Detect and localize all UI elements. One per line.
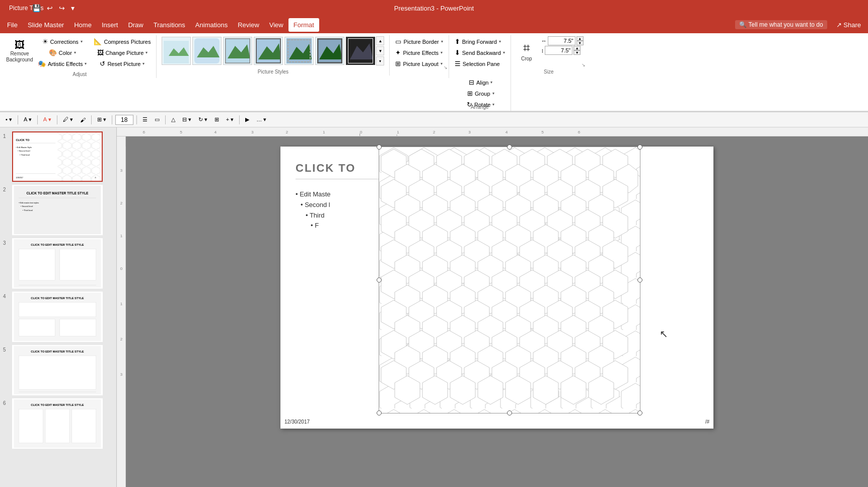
- slide-image-6[interactable]: CLICK TO EDIT MASTER TITLE STYLE: [12, 398, 103, 449]
- height-input[interactable]: [545, 46, 572, 55]
- bring-forward-button[interactable]: ⬆ Bring Forward ▾: [452, 36, 503, 47]
- color-button[interactable]: 🎨 Color ▾: [35, 47, 89, 58]
- style-2-button[interactable]: [192, 37, 222, 65]
- menu-transitions[interactable]: Transitions: [149, 18, 190, 32]
- slide-canvas-wrap[interactable]: CLICK TO • Edit Maste • Second l • Third…: [126, 136, 868, 487]
- border-style-button[interactable]: ▭: [152, 114, 162, 125]
- slide-thumb-1[interactable]: 1 CLICK TO: [3, 131, 113, 182]
- arrange-toolbar-button[interactable]: ⊟ ▾: [180, 114, 194, 125]
- title-divider: [296, 179, 381, 179]
- slide-image-5[interactable]: CLICK TO EDIT MASTER TITLE STYLE: [12, 345, 103, 395]
- slide-image-2[interactable]: CLICK TO EDIT MASTER TITLE STYLE • Edit …: [12, 185, 103, 235]
- reset-picture-button[interactable]: ↺ Reset Picture ▾: [91, 58, 153, 69]
- remove-background-button[interactable]: 🖼 RemoveBackground: [6, 36, 33, 66]
- artistic-effects-button[interactable]: 🎭 Artistic Effects ▾: [35, 58, 89, 69]
- group-button[interactable]: ⊞ Group ▾: [464, 88, 497, 99]
- slide-image-3[interactable]: CLICK TO EDIT MASTER TITLE STYLE: [12, 238, 103, 289]
- height-icon: ↕: [541, 47, 544, 53]
- adjust-column-2: 📐 Compress Pictures 🖼 Change Picture ▾ ↺…: [91, 36, 153, 69]
- insert-button[interactable]: + ▾: [224, 114, 236, 125]
- shape-button[interactable]: △: [169, 114, 178, 125]
- style-5-button[interactable]: [284, 37, 314, 65]
- indent-button[interactable]: ⊞ ▾: [95, 114, 109, 125]
- picture-layout-button[interactable]: ⊞ Picture Layout ▾: [393, 58, 445, 69]
- svg-rect-74: [117, 147, 126, 487]
- corrections-dropdown-icon: ▾: [81, 39, 83, 44]
- bullet-button[interactable]: • ▾: [3, 114, 15, 125]
- menu-format[interactable]: Format: [288, 18, 319, 32]
- format-button[interactable]: 🖌: [78, 114, 88, 125]
- align-button[interactable]: ⊟ Align ▾: [464, 77, 497, 88]
- menu-view[interactable]: View: [264, 18, 288, 32]
- slide-thumb-6[interactable]: 6 CLICK TO EDIT MASTER TITLE STYLE: [3, 398, 113, 449]
- align-text-button[interactable]: ☰: [140, 114, 150, 125]
- media-button[interactable]: ▶: [243, 114, 252, 125]
- height-up[interactable]: ▲: [573, 46, 581, 50]
- menu-home[interactable]: Home: [69, 18, 97, 32]
- corrections-button[interactable]: ☀ Corrections ▾: [35, 36, 89, 47]
- slide-image-1[interactable]: CLICK TO • Edit Master Style • Second le…: [12, 131, 103, 182]
- smart-art-button[interactable]: ⊞: [212, 114, 222, 125]
- svg-rect-54: [19, 409, 43, 443]
- style-1-button[interactable]: [162, 37, 191, 65]
- gallery-scroll-down[interactable]: ▼: [376, 46, 384, 55]
- save-icon[interactable]: 💾: [30, 3, 43, 13]
- font-color-button[interactable]: A ▾: [41, 114, 54, 125]
- selection-pane-button[interactable]: ☰ Selection Pane: [452, 58, 502, 69]
- qat-dropdown-icon[interactable]: ▾: [69, 3, 77, 13]
- hex-pattern-image[interactable]: [379, 147, 640, 413]
- svg-text:CLICK TO EDIT MASTER TITLE STY: CLICK TO EDIT MASTER TITLE STYLE: [31, 403, 84, 406]
- svg-text:CLICK TO EDIT MASTER TITLE STY: CLICK TO EDIT MASTER TITLE STYLE: [31, 350, 84, 353]
- slide-number-6: 6: [3, 400, 9, 406]
- slide-number-4: 4: [3, 294, 9, 299]
- group-dropdown: ▾: [492, 91, 494, 96]
- style-6-button[interactable]: [315, 37, 344, 65]
- gallery-more[interactable]: ▾: [376, 56, 384, 65]
- width-input[interactable]: [548, 36, 575, 45]
- svg-rect-57: [127, 127, 868, 136]
- redo-icon[interactable]: ↪: [57, 3, 67, 13]
- crop-button[interactable]: ⌗ Crop: [514, 36, 539, 66]
- undo-icon[interactable]: ↩: [45, 3, 55, 13]
- slide-thumb-3[interactable]: 3 CLICK TO EDIT MASTER TITLE STYLE: [3, 238, 113, 289]
- color-icon: 🎨: [49, 49, 57, 56]
- menu-animations[interactable]: Animations: [190, 18, 233, 32]
- font-size-input[interactable]: [115, 115, 133, 125]
- picture-effects-button[interactable]: ✦ Picture Effects ▾: [393, 47, 445, 58]
- font-button[interactable]: A ▾: [21, 114, 34, 125]
- slide-body: • Edit Maste • Second l • Third • F: [296, 189, 386, 231]
- menu-file[interactable]: File: [2, 18, 23, 32]
- change-picture-button[interactable]: 🖼 Change Picture ▾: [91, 47, 153, 58]
- slide-thumb-2[interactable]: 2 CLICK TO EDIT MASTER TITLE STYLE • Edi…: [3, 185, 113, 235]
- slide-thumb-4[interactable]: 4 CLICK TO EDIT MASTER TITLE STYLE: [3, 292, 113, 342]
- gallery-scroll-up[interactable]: ▲: [376, 36, 384, 45]
- slide-thumb-5[interactable]: 5 CLICK TO EDIT MASTER TITLE STYLE: [3, 345, 113, 395]
- highlight-button[interactable]: 🖊 ▾: [60, 114, 76, 125]
- svg-text:1: 1: [397, 130, 399, 134]
- width-up[interactable]: ▲: [576, 36, 584, 41]
- svg-text:1: 1: [323, 130, 325, 134]
- compress-pictures-button[interactable]: 📐 Compress Pictures: [91, 36, 153, 47]
- menu-insert[interactable]: Insert: [97, 18, 123, 32]
- slide-image-4[interactable]: CLICK TO EDIT MASTER TITLE STYLE: [12, 292, 103, 342]
- rotate-toolbar-button[interactable]: ↻ ▾: [196, 114, 210, 125]
- svg-text:3: 3: [120, 168, 122, 173]
- expand-icon[interactable]: ↘: [444, 65, 448, 69]
- canvas-column: 6 5 4 3 2 1 0 1 2 3 4 5 6: [117, 127, 868, 487]
- height-down[interactable]: ▼: [573, 50, 581, 55]
- menu-slide-master[interactable]: Slide Master: [23, 18, 69, 32]
- menu-review[interactable]: Review: [233, 18, 264, 32]
- slide-canvas: CLICK TO • Edit Maste • Second l • Third…: [280, 147, 713, 429]
- svg-text:5: 5: [180, 130, 182, 134]
- width-down[interactable]: ▼: [576, 41, 584, 45]
- style-7-button[interactable]: [346, 37, 375, 65]
- send-backward-button[interactable]: ⬇ Send Backward ▾: [452, 47, 508, 58]
- picture-border-button[interactable]: ▭ Picture Border ▾: [393, 36, 445, 47]
- more-button[interactable]: … ▾: [254, 114, 269, 125]
- size-expand-icon[interactable]: ↘: [582, 62, 586, 66]
- sep8: [239, 115, 240, 124]
- menu-draw[interactable]: Draw: [123, 18, 148, 32]
- style-3-button[interactable]: [223, 37, 252, 65]
- style-4-button[interactable]: [254, 37, 283, 65]
- svg-text:CLICK TO EDIT MASTER TITLE STY: CLICK TO EDIT MASTER TITLE STYLE: [31, 243, 84, 246]
